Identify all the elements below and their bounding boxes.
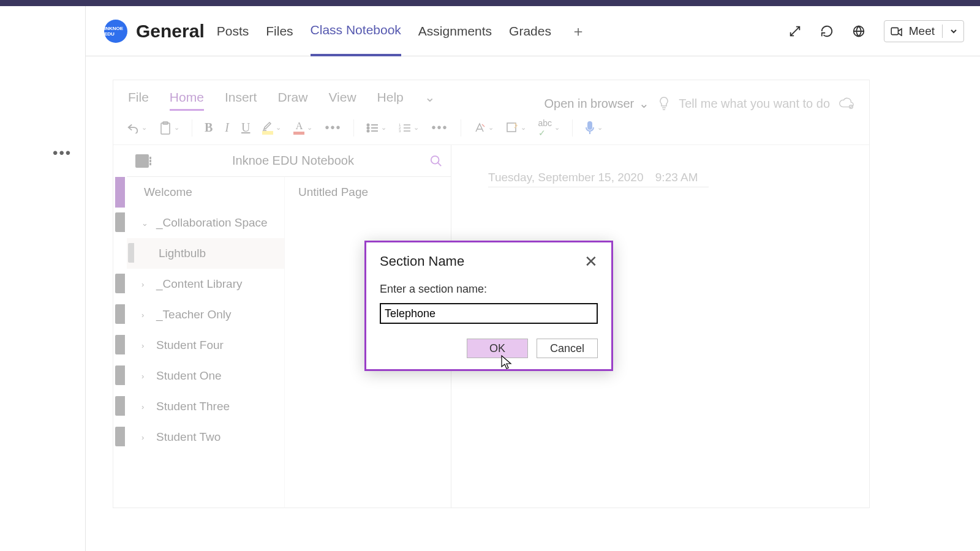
tab-files[interactable]: Files xyxy=(266,6,293,56)
close-icon[interactable]: ✕ xyxy=(584,253,598,269)
channel-name[interactable]: General xyxy=(136,21,205,42)
meet-label: Meet xyxy=(909,24,935,38)
channel-header: INKNOE EDU General Posts Files Class Not… xyxy=(0,6,980,56)
team-avatar[interactable]: INKNOE EDU xyxy=(104,20,127,43)
ok-button[interactable]: OK xyxy=(467,339,528,358)
app-rail: ••• xyxy=(0,6,86,551)
team-avatar-text: INKNOE EDU xyxy=(104,26,127,37)
video-icon xyxy=(891,26,903,36)
tab-grades[interactable]: Grades xyxy=(509,6,551,56)
section-name-dialog: Section Name ✕ Enter a section name: OK … xyxy=(364,241,613,371)
header-actions: Meet xyxy=(788,20,980,42)
tab-posts[interactable]: Posts xyxy=(217,6,249,56)
tab-assignments[interactable]: Assignments xyxy=(418,6,492,56)
add-tab-button[interactable]: ＋ xyxy=(571,21,586,41)
expand-icon[interactable] xyxy=(788,24,802,38)
dialog-title: Section Name xyxy=(380,253,464,269)
channel-tabs: Posts Files Class Notebook Assignments G… xyxy=(217,6,586,56)
cancel-button[interactable]: Cancel xyxy=(537,339,598,358)
reload-icon[interactable] xyxy=(820,24,834,38)
divider xyxy=(942,24,943,38)
app-titlebar xyxy=(0,0,980,6)
more-apps-icon[interactable]: ••• xyxy=(53,144,72,162)
chevron-down-icon[interactable] xyxy=(950,28,957,35)
tab-class-notebook[interactable]: Class Notebook xyxy=(311,6,401,56)
section-name-input[interactable] xyxy=(380,303,598,324)
svg-rect-1 xyxy=(891,28,898,34)
dialog-label: Enter a section name: xyxy=(380,283,598,296)
globe-icon[interactable] xyxy=(852,24,865,38)
meet-button[interactable]: Meet xyxy=(884,20,964,42)
